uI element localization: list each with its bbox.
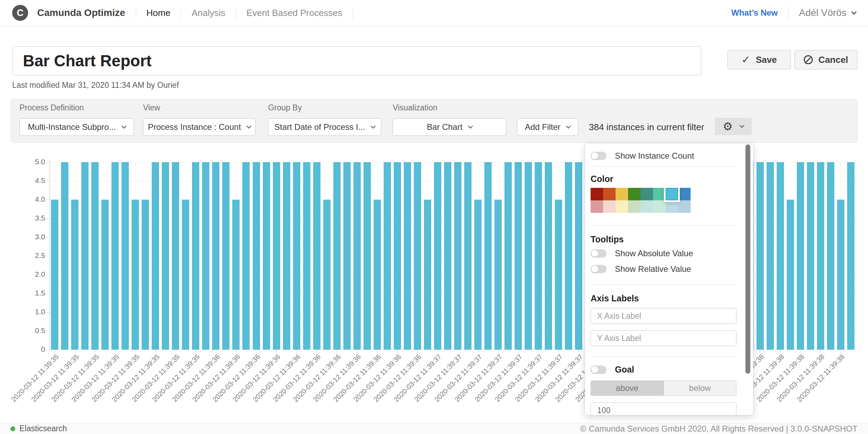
visualization-select[interactable]: Bar Chart xyxy=(393,118,506,136)
bar[interactable] xyxy=(192,162,199,350)
bar[interactable] xyxy=(535,162,542,350)
bar[interactable] xyxy=(323,200,331,350)
bar[interactable] xyxy=(61,162,68,350)
color-swatch[interactable] xyxy=(603,200,616,213)
show-instance-count-toggle[interactable] xyxy=(591,152,607,160)
nav-item-analysis[interactable]: Analysis xyxy=(192,8,225,18)
color-swatch[interactable] xyxy=(591,200,603,213)
bar[interactable] xyxy=(81,162,89,350)
whats-new-link[interactable]: What’s New xyxy=(731,8,778,18)
bar[interactable] xyxy=(111,162,119,350)
bar[interactable] xyxy=(212,162,219,350)
bar[interactable] xyxy=(525,162,532,350)
color-swatch[interactable] xyxy=(628,200,641,213)
bar[interactable] xyxy=(353,162,361,350)
color-swatch[interactable] xyxy=(641,200,653,213)
bar[interactable] xyxy=(333,162,341,350)
color-swatch[interactable] xyxy=(628,188,641,200)
bar[interactable] xyxy=(263,162,270,350)
bar[interactable] xyxy=(132,200,139,350)
add-filter-button[interactable]: Add Filter xyxy=(517,118,578,136)
bar[interactable] xyxy=(182,200,189,350)
bar[interactable] xyxy=(122,162,129,350)
color-swatch[interactable] xyxy=(653,188,666,200)
bar[interactable] xyxy=(374,200,381,350)
bar[interactable] xyxy=(172,162,179,350)
bar[interactable] xyxy=(152,162,159,350)
color-swatch[interactable] xyxy=(653,200,666,213)
bar[interactable] xyxy=(343,162,351,350)
bar[interactable] xyxy=(807,162,814,350)
color-swatch[interactable] xyxy=(603,188,616,200)
bar[interactable] xyxy=(474,200,482,350)
report-title-input[interactable]: Bar Chart Report xyxy=(12,46,701,75)
bar[interactable] xyxy=(414,162,421,350)
bar[interactable] xyxy=(202,162,209,350)
nav-item-event-based-processes[interactable]: Event Based Processes xyxy=(247,8,342,18)
bar[interactable] xyxy=(837,200,844,350)
bar[interactable] xyxy=(797,162,804,350)
bar[interactable] xyxy=(444,162,451,350)
bar[interactable] xyxy=(253,162,260,350)
bar[interactable] xyxy=(565,162,572,350)
bar[interactable] xyxy=(515,162,522,350)
goal-value-input[interactable] xyxy=(591,402,736,415)
bar[interactable] xyxy=(232,200,240,350)
color-swatch[interactable] xyxy=(616,200,628,213)
color-swatch[interactable] xyxy=(641,188,653,200)
bar[interactable] xyxy=(242,162,250,350)
bar[interactable] xyxy=(101,200,109,350)
nav-item-home[interactable]: Home xyxy=(147,8,170,18)
color-swatch[interactable] xyxy=(591,188,603,200)
bar[interactable] xyxy=(162,162,169,350)
show-absolute-value-toggle[interactable] xyxy=(591,249,607,258)
bar[interactable] xyxy=(273,162,280,350)
bar[interactable] xyxy=(424,200,431,350)
color-swatch[interactable] xyxy=(616,188,628,200)
bar[interactable] xyxy=(827,162,834,350)
bar[interactable] xyxy=(484,162,492,350)
bar[interactable] xyxy=(787,200,794,350)
bar[interactable] xyxy=(142,200,149,350)
bar[interactable] xyxy=(51,200,58,350)
bar[interactable] xyxy=(364,162,371,350)
color-swatch[interactable] xyxy=(678,188,691,200)
bar[interactable] xyxy=(757,162,764,350)
x-axis-label-input[interactable] xyxy=(591,308,736,324)
bar[interactable] xyxy=(555,200,562,350)
color-swatch[interactable] xyxy=(678,200,691,213)
bar[interactable] xyxy=(434,162,441,350)
bar[interactable] xyxy=(575,162,582,350)
goal-above-button[interactable]: above xyxy=(591,381,663,395)
bar[interactable] xyxy=(404,162,411,350)
bar[interactable] xyxy=(303,162,310,350)
y-axis-label-input[interactable] xyxy=(591,330,736,346)
bar[interactable] xyxy=(545,162,552,350)
bar[interactable] xyxy=(222,162,229,350)
bar[interactable] xyxy=(283,162,290,350)
bar[interactable] xyxy=(71,200,78,350)
bar[interactable] xyxy=(777,162,784,350)
bar[interactable] xyxy=(494,200,502,350)
view-select[interactable]: Process Instance : Count xyxy=(143,118,256,136)
bar[interactable] xyxy=(847,162,854,350)
bar[interactable] xyxy=(767,162,774,350)
bar[interactable] xyxy=(384,162,391,350)
bar[interactable] xyxy=(91,162,99,350)
bar[interactable] xyxy=(454,162,461,350)
color-swatch[interactable] xyxy=(666,188,678,200)
bar[interactable] xyxy=(313,162,320,350)
goal-toggle[interactable] xyxy=(591,366,607,374)
popup-scrollbar[interactable] xyxy=(745,144,750,374)
bar[interactable] xyxy=(394,162,401,350)
user-menu[interactable]: Adél Vörös xyxy=(799,7,856,18)
bar[interactable] xyxy=(504,162,512,350)
bar[interactable] xyxy=(817,162,824,350)
configuration-gear-button[interactable]: ⚙ xyxy=(715,118,752,135)
bar[interactable] xyxy=(293,162,300,350)
goal-below-button[interactable]: below xyxy=(663,381,736,395)
bar[interactable] xyxy=(464,162,471,350)
group-by-select[interactable]: Start Date of Process I... xyxy=(268,118,381,136)
color-swatch[interactable] xyxy=(666,200,678,213)
show-relative-value-toggle[interactable] xyxy=(591,265,607,273)
